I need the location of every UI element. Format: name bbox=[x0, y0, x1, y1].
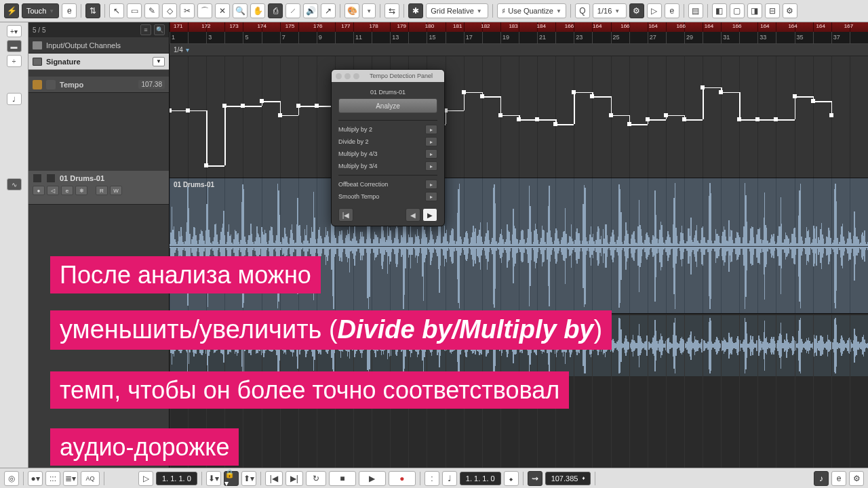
analyze-button[interactable]: Analyze bbox=[338, 98, 437, 113]
minimize-icon[interactable] bbox=[344, 73, 351, 79]
play-button[interactable]: ▶ bbox=[359, 471, 386, 486]
panel-op[interactable]: Multiply by 4/3▸ bbox=[338, 148, 437, 160]
grid-mode-select[interactable]: Grid Relative▼ bbox=[426, 3, 488, 18]
go-end-icon[interactable]: ▶| bbox=[285, 471, 303, 486]
split-tool-icon[interactable]: ✂ bbox=[180, 3, 195, 18]
e-button[interactable]: e bbox=[62, 3, 77, 18]
punch-in-icon[interactable]: ⬇▾ bbox=[206, 471, 221, 486]
add-track-icon[interactable]: +▾ bbox=[7, 25, 22, 37]
apply-icon[interactable]: ▸ bbox=[425, 149, 437, 159]
freeze-icon[interactable]: ❄ bbox=[75, 186, 87, 195]
filter-icon[interactable]: ≡ bbox=[140, 24, 151, 35]
zone-3-icon[interactable]: ◨ bbox=[747, 3, 762, 18]
close-icon[interactable] bbox=[336, 73, 342, 79]
ruler[interactable]: 135791113151719212325272931333537 bbox=[170, 32, 868, 44]
wave-icon[interactable]: ∿ bbox=[7, 178, 22, 190]
e2-button[interactable]: e bbox=[665, 3, 679, 18]
zoom-tool-icon[interactable]: 🔍 bbox=[233, 3, 248, 18]
settings2-icon[interactable]: ⚙ bbox=[849, 471, 864, 486]
mute-tool-icon[interactable]: ✕ bbox=[215, 3, 230, 18]
automation-icon[interactable]: ⚡ bbox=[4, 3, 19, 18]
arrow-tool-icon[interactable]: ↖ bbox=[109, 3, 124, 18]
bars-icon[interactable]: ♩ bbox=[442, 471, 457, 486]
settings-icon[interactable]: ⚙ bbox=[783, 3, 797, 18]
solo-icon[interactable] bbox=[46, 174, 56, 183]
marker-add-icon[interactable]: ⬥ bbox=[504, 471, 519, 486]
punch-out-icon[interactable]: ⬆▾ bbox=[241, 471, 256, 486]
iq-icon[interactable]: ⚙ bbox=[629, 3, 644, 18]
apply-icon[interactable]: ▸ bbox=[425, 192, 437, 201]
play-order-icon[interactable]: ▷ bbox=[647, 3, 662, 18]
mute-icon[interactable] bbox=[33, 174, 42, 183]
rewind-icon[interactable]: |◀ bbox=[338, 208, 353, 222]
zoom-icon[interactable] bbox=[353, 73, 359, 79]
cycle-icon[interactable]: ↻ bbox=[306, 471, 326, 486]
io-channels-row[interactable]: Input/Output Channels bbox=[28, 37, 169, 54]
mixer-icon[interactable]: ♪ bbox=[814, 471, 829, 486]
panel-corr[interactable]: Smooth Tempo▸ bbox=[338, 190, 437, 203]
next-icon[interactable]: ▶ bbox=[422, 208, 437, 222]
draw-tool-icon[interactable]: ✎ bbox=[144, 3, 159, 18]
audio-track-row[interactable]: 01 Drums-01 ● ◁ e ❄ R W bbox=[28, 171, 169, 205]
color-select[interactable]: ▼ bbox=[362, 3, 376, 18]
record-button[interactable]: ● bbox=[389, 471, 416, 486]
write-icon[interactable]: W bbox=[110, 186, 122, 195]
line-tool-icon[interactable]: ↗ bbox=[321, 3, 336, 18]
record-icon[interactable]: ● bbox=[33, 186, 45, 195]
zone-4-icon[interactable]: ⊟ bbox=[765, 3, 780, 18]
signature-track-row[interactable]: Signature ▼ bbox=[28, 54, 169, 70]
tempo-track-row[interactable]: Tempo 107.38 bbox=[28, 77, 169, 93]
tempo-display[interactable]: 107.385♦ bbox=[545, 472, 591, 485]
dropdown-icon[interactable]: ▼ bbox=[153, 57, 165, 66]
edit-icon[interactable]: e bbox=[61, 186, 73, 195]
time-format-icon[interactable]: : bbox=[425, 471, 439, 486]
constrain-icon[interactable]: ⇅ bbox=[85, 3, 100, 18]
automation-mode-select[interactable]: Touch▼ bbox=[22, 3, 59, 18]
go-start-icon[interactable]: |◀ bbox=[265, 471, 283, 486]
panel-corr[interactable]: Offbeat Correction▸ bbox=[338, 178, 437, 190]
midi-rec-icon[interactable]: ::: bbox=[45, 471, 60, 486]
perf-icon[interactable]: ◎ bbox=[4, 471, 19, 486]
panel-op[interactable]: Multiply by 3/4▸ bbox=[338, 160, 437, 172]
left-loc-icon[interactable]: ▷ bbox=[138, 471, 153, 486]
locator-bar[interactable]: 1711721731741751761771781791801811821831… bbox=[170, 22, 868, 32]
q-button[interactable]: Q bbox=[575, 3, 590, 18]
zone-2-icon[interactable]: ▢ bbox=[730, 3, 745, 18]
apply-icon[interactable]: ▸ bbox=[425, 137, 437, 146]
read-icon[interactable]: R bbox=[96, 186, 108, 195]
panel-op[interactable]: Multiply by 2▸ bbox=[338, 123, 437, 136]
apply-icon[interactable]: ▸ bbox=[425, 180, 437, 189]
stop-button[interactable]: ■ bbox=[329, 471, 356, 486]
tempo-track-icon[interactable]: ⇝ bbox=[528, 471, 542, 486]
warp-tool-icon[interactable]: ⟋ bbox=[285, 3, 300, 18]
panel-op[interactable]: Divide by 2▸ bbox=[338, 136, 437, 148]
apply-icon[interactable]: ▸ bbox=[425, 161, 437, 171]
zone-1-icon[interactable]: ◧ bbox=[712, 3, 727, 18]
position-display-2[interactable]: 1. 1. 1. 0 bbox=[460, 472, 501, 485]
play-tool-icon[interactable]: 🔊 bbox=[303, 3, 318, 18]
note-icon[interactable]: ♩ bbox=[7, 93, 22, 105]
glue-tool-icon[interactable]: ⌒ bbox=[197, 3, 212, 18]
signature-lane[interactable]: 1/4 ▾ bbox=[170, 44, 868, 56]
apply-icon[interactable]: ▸ bbox=[425, 125, 437, 134]
window-layout-1-icon[interactable]: ▤ bbox=[688, 3, 703, 18]
lock-icon[interactable] bbox=[46, 80, 56, 89]
position-display-1[interactable]: 1. 1. 1. 0 bbox=[156, 472, 197, 485]
range-tool-icon[interactable]: ▭ bbox=[127, 3, 142, 18]
divide-icon[interactable]: ÷ bbox=[7, 55, 22, 67]
snap-icon[interactable]: ✱ bbox=[408, 3, 423, 18]
nudge-icon[interactable]: ⇆ bbox=[384, 3, 399, 18]
aq-button[interactable]: AQ bbox=[81, 471, 100, 486]
panel-header[interactable]: Tempo Detection Panel bbox=[332, 70, 444, 82]
erase-tool-icon[interactable]: ◇ bbox=[162, 3, 177, 18]
lock-icon[interactable]: 🔒▾ bbox=[224, 471, 239, 486]
quantize-value-select[interactable]: 1/16▼ bbox=[593, 3, 627, 18]
e3-button[interactable]: e bbox=[831, 471, 846, 486]
comp-tool-icon[interactable]: ⎙ bbox=[268, 3, 283, 18]
quantize-mode-select[interactable]: ♯Use Quantize▼ bbox=[497, 3, 566, 18]
hand-tool-icon[interactable]: ✋ bbox=[250, 3, 265, 18]
prev-icon[interactable]: ◀ bbox=[406, 208, 420, 222]
color-tool-icon[interactable]: 🎨 bbox=[344, 3, 359, 18]
power-icon[interactable] bbox=[33, 80, 42, 89]
tempo-lane[interactable] bbox=[170, 56, 868, 178]
